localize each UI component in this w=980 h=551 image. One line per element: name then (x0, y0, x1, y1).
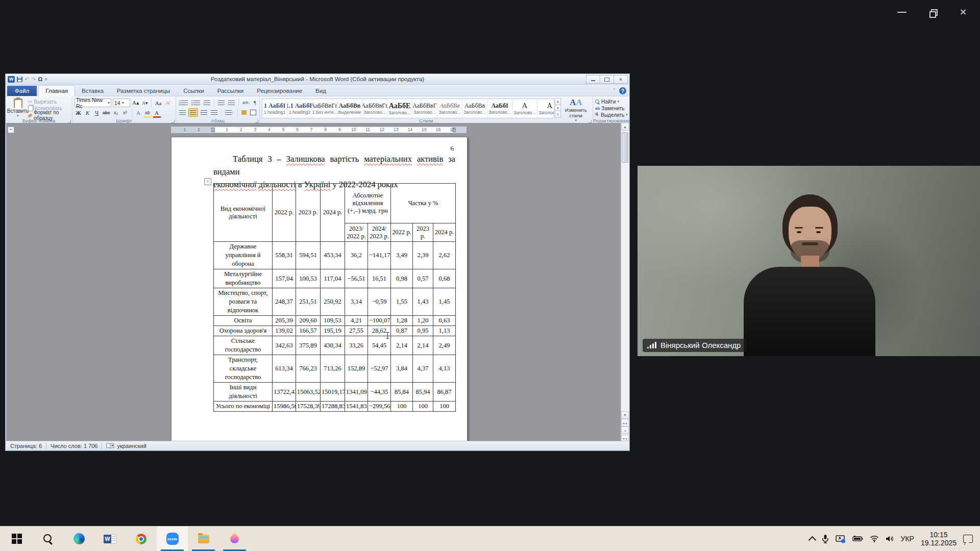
find-button[interactable]: Найти ▾ (595, 98, 627, 105)
collapse-ribbon-icon[interactable]: ˆ (614, 88, 615, 94)
taskbar-edge-button[interactable] (63, 527, 94, 551)
tray-network-button[interactable] (870, 535, 879, 542)
scroll-up-button[interactable]: ▲ (621, 123, 629, 131)
grow-font-button[interactable]: А▴ (132, 99, 139, 107)
symbol-button[interactable]: Ω (38, 76, 42, 83)
style-item[interactable]: АаБбВвГгЗаголово... (362, 99, 387, 118)
style-item[interactable]: АЗаголово... (537, 99, 554, 118)
style-item[interactable]: АаБбЕЗаголово... (387, 99, 412, 118)
subscript-button[interactable]: х₂ (112, 109, 120, 116)
select-button[interactable]: Выделить ▾ (595, 112, 627, 118)
superscript-button[interactable]: х² (121, 109, 129, 116)
taskbar-chrome-button[interactable] (126, 527, 157, 551)
tab-layout[interactable]: Разметка страницы (110, 86, 177, 96)
status-language[interactable]: украинский (102, 441, 150, 450)
taskbar-word-button[interactable]: W (94, 527, 126, 551)
start-button[interactable] (1, 527, 32, 551)
font-family-combo[interactable]: Times New Rc ▾ (75, 98, 111, 107)
browse-object-button[interactable]: ● (621, 427, 629, 434)
align-center-button[interactable] (188, 108, 198, 117)
cut-button[interactable]: ✂ Вырезать (28, 99, 70, 105)
style-item[interactable]: 1 АаБбІ1 heading1 (262, 99, 287, 118)
word-app-icon[interactable]: W (8, 76, 15, 83)
multilevel-list-button[interactable] (203, 99, 211, 107)
highlight-button[interactable]: ab (144, 109, 152, 116)
change-styles-button[interactable]: АА Изменить стили ▾ (561, 98, 591, 118)
gallery-more-button[interactable]: ≡ (555, 111, 561, 118)
borders-button[interactable] (249, 109, 257, 116)
strikethrough-button[interactable]: abc (102, 109, 111, 116)
paste-button[interactable]: Вставить ▾ (8, 98, 28, 118)
word-minimize-button[interactable] (586, 75, 600, 84)
align-left-button[interactable] (178, 109, 187, 116)
redo-button[interactable]: ↷ (31, 76, 36, 83)
minimize-button[interactable] (892, 5, 912, 19)
tab-view[interactable]: Вид (309, 86, 333, 96)
tray-expand-button[interactable] (810, 535, 815, 543)
style-item[interactable]: АаБбВвГЗаголово... (412, 99, 437, 118)
restore-button[interactable] (923, 5, 942, 19)
tab-mailings[interactable]: Рассылки (211, 86, 251, 96)
shrink-font-button[interactable]: А▾ (141, 99, 149, 107)
action-center-button[interactable] (963, 535, 973, 543)
word-close-button[interactable]: ✕ (614, 75, 628, 84)
taskbar-explorer-button[interactable] (188, 527, 219, 551)
word-maximize-button[interactable] (600, 75, 614, 84)
save-button[interactable] (17, 76, 22, 83)
taskbar-clock[interactable]: 10:15 19.12.2025 (921, 531, 957, 547)
replace-button[interactable]: ab Заменить (595, 105, 627, 111)
font-size-combo[interactable]: 14 ▾ (113, 98, 130, 107)
increase-indent-button[interactable] (227, 99, 236, 107)
shading-button[interactable] (240, 109, 248, 116)
style-item[interactable]: АаБбВвЗаголово... (462, 99, 487, 118)
underline-button[interactable]: Ч (93, 109, 101, 116)
tray-screenshare-button[interactable] (836, 535, 846, 543)
style-item[interactable]: АаБбВвЗаголово... (437, 99, 462, 118)
tab-file[interactable]: Файл (7, 86, 37, 96)
tab-insert[interactable]: Вставка (75, 86, 110, 96)
font-color-button[interactable]: А (153, 109, 161, 116)
gallery-up-button[interactable]: ▲ (555, 98, 561, 105)
document-page[interactable]: 6 Таблиця 3 – Залишкова вартість матеріа… (171, 137, 468, 442)
taskbar-search-button[interactable] (32, 527, 63, 551)
tab-review[interactable]: Рецензирование (250, 86, 309, 96)
tray-microphone-button[interactable] (822, 534, 829, 543)
previous-page-button[interactable]: ▲▲ (621, 419, 629, 427)
taskbar-zoom-button[interactable]: zoom (157, 527, 188, 551)
sort-button[interactable]: АЯ↓ (241, 99, 251, 107)
style-item[interactable]: АаБбІЗаголово... (487, 99, 512, 118)
bullets-button[interactable] (178, 99, 189, 107)
status-page[interactable]: Страница: 6 (6, 441, 46, 450)
change-case-button[interactable]: Аа (154, 99, 162, 107)
word-titlebar[interactable]: W ↶ ↷ Ω ▾ Роздатковий матеріал_Вінярськи… (6, 74, 629, 85)
bold-button[interactable]: Ж (75, 109, 82, 116)
tray-volume-button[interactable] (886, 535, 894, 542)
ruler[interactable]: 121234567891011121314151617 (171, 127, 467, 133)
decrease-indent-button[interactable] (217, 99, 226, 107)
line-spacing-button[interactable]: ↕ (224, 109, 235, 116)
undo-button[interactable]: ↶ (24, 76, 29, 83)
status-word-count[interactable]: Число слов: 1 706 (46, 441, 102, 450)
style-item[interactable]: АаБбВвВыделение (337, 99, 362, 118)
qat-customize-button[interactable]: ▾ (44, 76, 47, 83)
close-button[interactable]: ✕ (953, 5, 973, 19)
style-item[interactable]: АаБбВвГг,1 Без инте... (312, 99, 337, 118)
tray-battery-button[interactable] (852, 536, 863, 542)
tab-home[interactable]: Главная (38, 85, 75, 96)
indent-marker-left[interactable] (211, 128, 215, 132)
tab-selector[interactable]: ⌐ (8, 127, 14, 133)
vertical-scrollbar[interactable]: ▲ ▼ ▲▲ ● ▼▼ (621, 123, 629, 442)
clear-formatting-button[interactable]: A̸ (163, 99, 171, 107)
style-item[interactable]: 1.1 АаБбЕ1 heading2 (287, 99, 312, 118)
justify-button[interactable] (210, 109, 218, 116)
language-indicator[interactable]: УКР (901, 535, 914, 543)
align-right-button[interactable] (200, 109, 208, 116)
scrollbar-thumb[interactable] (622, 132, 628, 163)
italic-button[interactable]: К (84, 109, 91, 116)
table-move-handle[interactable]: + (204, 178, 211, 185)
scroll-down-button[interactable]: ▼ (621, 411, 629, 419)
tab-references[interactable]: Ссылки (177, 86, 211, 96)
style-item[interactable]: АЗаголово... (512, 99, 537, 118)
gallery-down-button[interactable]: ▼ (555, 105, 561, 112)
numbering-button[interactable] (190, 99, 201, 107)
